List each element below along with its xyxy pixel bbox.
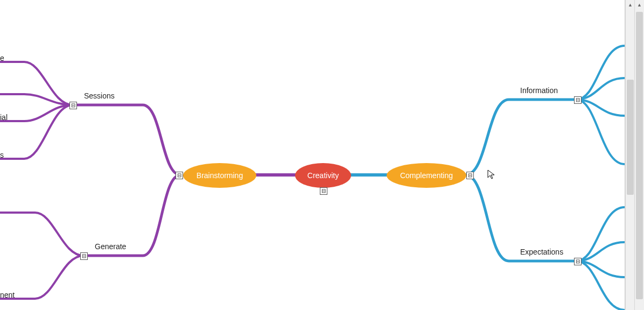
toggle-generate[interactable]: ⊟ xyxy=(80,252,88,260)
node-complementing[interactable]: Complementing xyxy=(387,163,466,188)
leaf-fragment: ial xyxy=(0,113,8,122)
node-complementing-label: Complementing xyxy=(400,171,453,180)
toggle-sessions[interactable]: ⊟ xyxy=(69,102,77,109)
toggle-information[interactable]: ⊟ xyxy=(574,96,582,104)
link-expectations-leaf-1 xyxy=(576,207,625,261)
label-information[interactable]: Information xyxy=(520,86,558,95)
toggle-brainstorming[interactable]: ⊟ xyxy=(176,172,183,179)
toggle-complementing[interactable]: ⊟ xyxy=(466,172,474,179)
label-sessions[interactable]: Sessions xyxy=(84,91,115,100)
scrollbar-inner[interactable]: ▲ xyxy=(625,0,635,310)
link-information-leaf-1 xyxy=(576,46,625,100)
leaf-fragment: nent xyxy=(0,291,15,299)
leaf-fragment: e xyxy=(0,54,4,62)
link-generate-leaf-1 xyxy=(0,213,83,256)
scroll-up-icon[interactable]: ▲ xyxy=(626,0,635,9)
toggle-creativity[interactable]: ⊟ xyxy=(320,187,327,195)
node-brainstorming-label: Brainstorming xyxy=(197,171,243,180)
scroll-up-icon[interactable]: ▲ xyxy=(635,0,644,9)
scrollbar-inner-thumb[interactable] xyxy=(627,80,634,195)
link-expectations-leaf-4 xyxy=(576,261,625,310)
link-sessions-leaf-4 xyxy=(0,105,73,159)
scrollbar-outer-thumb[interactable] xyxy=(636,12,643,299)
node-brainstorming[interactable]: Brainstorming xyxy=(183,163,256,188)
leaf-fragment: s xyxy=(0,151,4,159)
mindmap-canvas[interactable]: Creativity ⊟ Brainstorming ⊟ Complementi… xyxy=(0,0,625,310)
node-creativity-label: Creativity xyxy=(307,171,339,180)
node-creativity[interactable]: Creativity xyxy=(295,163,351,188)
label-expectations[interactable]: Expectations xyxy=(520,248,563,256)
link-brainstorming-sessions xyxy=(73,105,180,175)
link-complementing-information xyxy=(466,100,576,175)
link-sessions-leaf-1 xyxy=(0,62,73,105)
link-sessions-leaf-3 xyxy=(0,105,73,121)
scrollbar-outer[interactable]: ▲ xyxy=(634,0,644,310)
label-generate[interactable]: Generate xyxy=(95,242,126,251)
toggle-expectations[interactable]: ⊟ xyxy=(574,258,582,265)
